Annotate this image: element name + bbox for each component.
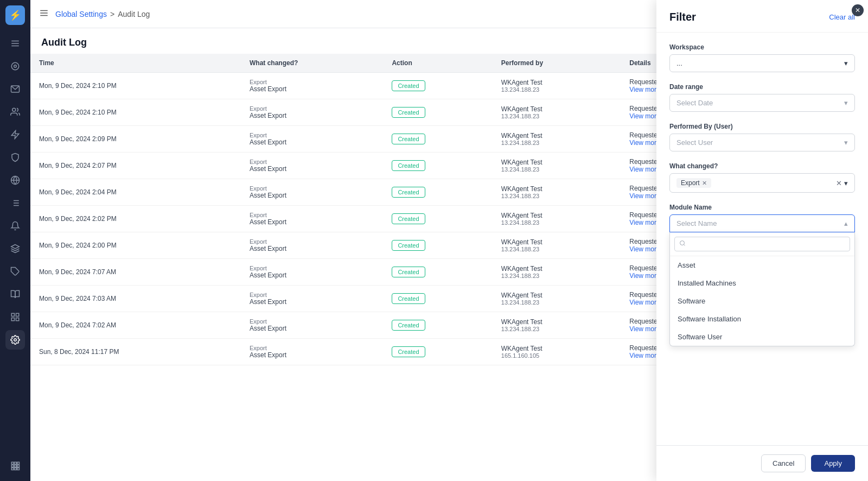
date-range-select[interactable]: Select Date ▾ (669, 94, 855, 112)
performed-by-ip: 13.234.188.23 (501, 86, 612, 93)
user-chevron-icon: ▾ (844, 138, 848, 147)
what-changed-name: Asset Export (250, 192, 374, 199)
cell-action: Created (383, 259, 492, 286)
module-option-asset[interactable]: Asset (670, 256, 854, 274)
cell-performed-by: WKAgent Test 13.234.188.23 (493, 232, 621, 259)
svg-marker-16 (11, 245, 20, 249)
sidebar-item-chart[interactable] (5, 307, 25, 327)
module-option-software[interactable]: Software (670, 292, 854, 310)
module-search-input[interactable] (689, 240, 845, 248)
sidebar-item-automation[interactable] (5, 125, 25, 144)
filter-panel: ✕ Filter Clear all Workspace ... ▾ Date … (656, 0, 868, 481)
svg-rect-19 (16, 313, 19, 316)
module-option-software-installation[interactable]: Software Installation (670, 310, 854, 328)
action-badge: Created (392, 213, 425, 224)
sidebar-item-tag[interactable] (5, 262, 25, 281)
svg-rect-23 (11, 462, 14, 464)
svg-rect-31 (17, 468, 20, 470)
svg-rect-29 (11, 468, 14, 470)
svg-line-38 (684, 244, 685, 245)
svg-point-6 (12, 108, 16, 111)
performed-by-select[interactable]: Select User ▾ (669, 134, 855, 151)
svg-point-3 (14, 65, 17, 68)
performed-by-ip: 13.234.188.23 (501, 219, 612, 226)
module-option-software-user[interactable]: Software User (670, 328, 854, 346)
sidebar-item-layers[interactable] (5, 239, 25, 258)
what-changed-chevron-icon: ✕ ▾ (836, 179, 848, 187)
sidebar-item-users[interactable] (5, 102, 25, 122)
action-badge: Created (392, 187, 425, 198)
action-badge: Created (392, 107, 425, 118)
what-changed-name: Asset Export (250, 138, 374, 146)
cell-action: Created (383, 312, 492, 339)
cell-time: Mon, 9 Dec, 2024 7:07 AM (30, 259, 241, 286)
cell-time: Mon, 9 Dec, 2024 2:04 PM (30, 179, 241, 206)
module-dropdown: Asset Installed Machines Software Softwa… (669, 232, 855, 346)
cancel-button[interactable]: Cancel (761, 454, 806, 472)
workspace-select[interactable]: ... ▾ (669, 54, 855, 72)
module-search-inner (674, 237, 850, 251)
cell-time: Mon, 9 Dec, 2024 2:10 PM (30, 99, 241, 126)
sidebar-item-globe[interactable] (5, 170, 25, 190)
breadcrumb: Global Settings > Audit Log (55, 10, 685, 18)
app-logo[interactable]: ⚡ (5, 5, 25, 25)
svg-rect-26 (11, 465, 14, 467)
what-changed-clear-icon[interactable]: ✕ (836, 179, 842, 187)
sidebar-item-security[interactable] (5, 148, 25, 167)
cell-what-changed: Export Asset Export (241, 286, 383, 312)
workspace-select-wrapper: ... ▾ (669, 54, 855, 72)
performed-by-name: WKAgent Test (501, 212, 612, 219)
svg-rect-28 (17, 465, 20, 467)
what-changed-tags: Export ✕ (676, 178, 711, 188)
what-changed-select[interactable]: Export ✕ ✕ ▾ (669, 173, 855, 193)
workspace-label: Workspace (669, 43, 855, 51)
sidebar-item-menu[interactable] (5, 34, 25, 53)
module-option-installed-machines[interactable]: Installed Machines (670, 274, 854, 292)
sidebar-item-apps[interactable] (5, 456, 25, 476)
cell-action: Created (383, 286, 492, 312)
what-changed-type: Export (250, 265, 374, 271)
sidebar-item-inbox[interactable] (5, 79, 25, 99)
what-changed-label: What changed? (669, 162, 855, 170)
sidebar-item-alert[interactable] (5, 216, 25, 236)
svg-rect-24 (15, 462, 17, 464)
performed-by-ip: 13.234.188.23 (501, 246, 612, 252)
sidebar-item-list[interactable] (5, 193, 25, 213)
sidebar-item-dashboard[interactable] (5, 56, 25, 76)
breadcrumb-current: Audit Log (118, 10, 150, 18)
export-tag-remove[interactable]: ✕ (702, 180, 707, 187)
cell-time: Mon, 9 Dec, 2024 7:03 AM (30, 286, 241, 312)
performed-by-name: WKAgent Test (501, 132, 612, 140)
workspace-chevron-icon: ▾ (844, 59, 848, 67)
sidebar: ⚡ (0, 0, 30, 481)
cell-time: Mon, 9 Dec, 2024 2:07 PM (30, 153, 241, 179)
cell-action: Created (383, 73, 492, 99)
apply-button[interactable]: Apply (811, 455, 855, 472)
what-changed-name: Asset Export (250, 325, 374, 332)
cell-what-changed: Export Asset Export (241, 73, 383, 99)
workspace-value: ... (676, 59, 682, 67)
action-badge: Created (392, 267, 425, 277)
expand-sidebar-button[interactable] (39, 8, 49, 20)
module-name-select[interactable]: Select Name ▴ (669, 214, 855, 232)
breadcrumb-link-global-settings[interactable]: Global Settings (55, 10, 107, 18)
performed-by-ip: 165.1.160.105 (501, 352, 612, 359)
cell-performed-by: WKAgent Test 13.234.188.23 (493, 73, 621, 99)
performed-by-label: Performed By (User) (669, 123, 855, 130)
logo-icon: ⚡ (9, 9, 21, 21)
module-placeholder: Select Name (676, 219, 717, 227)
performed-by-ip: 13.234.188.23 (501, 299, 612, 306)
filter-close-button[interactable]: ✕ (852, 4, 864, 16)
clear-all-button[interactable]: Clear all (829, 13, 855, 21)
sidebar-item-settings[interactable] (5, 330, 25, 350)
filter-header: Filter Clear all (656, 0, 868, 33)
performed-by-ip: 13.234.188.23 (501, 113, 612, 119)
svg-rect-27 (15, 465, 17, 467)
col-time: Time (30, 54, 241, 73)
sidebar-item-book[interactable] (5, 284, 25, 304)
cell-action: Created (383, 153, 492, 179)
cell-performed-by: WKAgent Test 13.234.188.23 (493, 286, 621, 312)
cell-action: Created (383, 126, 492, 153)
action-badge: Created (392, 134, 425, 144)
what-changed-type: Export (250, 238, 374, 245)
